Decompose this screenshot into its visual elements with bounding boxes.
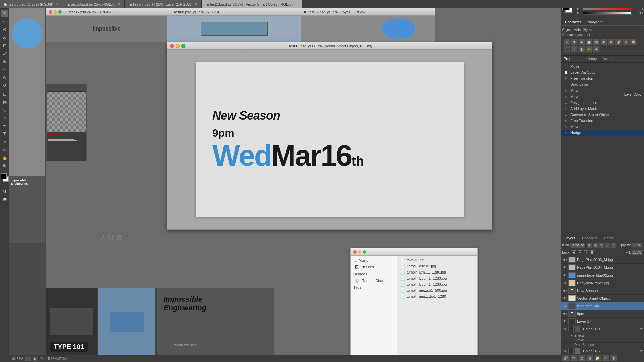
layer-vector-smart[interactable]: 👁 Vector Smart Object [561, 295, 644, 302]
character-tab[interactable]: Character [562, 19, 584, 25]
foreground-color[interactable] [1, 173, 7, 179]
adj-icon-12[interactable]: ≡ [571, 46, 578, 53]
fb-min[interactable] [358, 250, 361, 254]
close-button[interactable] [170, 44, 174, 48]
eye-vector-smart[interactable]: 👁 [562, 296, 568, 301]
file-item-3[interactable]: 📄 tumblr_lv6u...1_1280.jpg [399, 275, 476, 281]
history-move-1[interactable]: ↖ Move [561, 63, 644, 69]
adj-icon-3[interactable]: ▣ [578, 39, 585, 45]
history-polygonal-lasso[interactable]: ⬡ Polygonal Lasso [561, 100, 644, 106]
kind-select[interactable]: Kind [570, 242, 586, 248]
tab-close-1[interactable]: ✕ [118, 2, 120, 6]
text-tool[interactable]: T [1, 130, 8, 138]
eye-recycled[interactable]: 👁 [562, 280, 568, 286]
dodge-tool[interactable]: ○ [1, 114, 8, 122]
quick-mask-btn[interactable] [25, 356, 32, 361]
stroke-item-1[interactable]: Stroke [561, 338, 644, 343]
max-btn-1[interactable] [58, 10, 62, 14]
filter-shape[interactable]: ▭ [605, 243, 610, 248]
history-add-layer-mask[interactable]: ◻ Add Layer Mask [561, 106, 644, 112]
eye-104[interactable]: 👁 [562, 265, 568, 270]
tab-3[interactable]: IE test13.psd @ 66.7% (Vector Smart Obje… [202, 0, 302, 8]
lasso-tool[interactable]: ⊙ [1, 26, 8, 33]
eye-wed-mar16[interactable]: 👁 [562, 303, 568, 309]
pictures-item[interactable]: 🖼 Pictures [351, 264, 397, 270]
eye-colorfill1[interactable]: 👁 [562, 326, 568, 332]
paragraph-tab[interactable]: Paragraph [584, 19, 606, 25]
layer-recycled[interactable]: 👁 Recycled-Paper.jpg [561, 279, 644, 287]
file-item-2[interactable]: 📄 tumblr_l2m...1_1280.jpg [399, 269, 476, 275]
adj-icon-15[interactable]: ⚡ [593, 46, 600, 53]
eye-colorfill2[interactable]: 👁 [562, 348, 568, 354]
fb-max[interactable] [363, 250, 366, 254]
adj-icon-2[interactable]: ◑ [571, 39, 578, 45]
file-item-4[interactable]: 📄 tumblr_ly83...1_1280.jpg [399, 281, 476, 287]
file-item-5[interactable]: 📄 tumblr_me...so1_500.jpg [399, 287, 476, 293]
maximize-button[interactable] [181, 44, 185, 48]
filter-pixel[interactable]: ▣ [587, 243, 592, 248]
history-convert-smart[interactable]: ⊙ Convert to Smart Object [561, 112, 644, 118]
opacity-value[interactable]: 100% [631, 243, 643, 248]
history-drag-layer[interactable]: ↖ Drag Layer [561, 81, 644, 87]
adj-icon-9[interactable]: ▨ [623, 39, 629, 45]
remote-disc-item[interactable]: 💿 Remote Disc [351, 277, 397, 284]
lock-pixel-icon[interactable]: ▣ [572, 250, 576, 255]
properties-tab[interactable]: Properties [561, 56, 583, 62]
filter-smart[interactable]: ⊙ [611, 243, 616, 248]
tab-layers[interactable]: Layers [561, 235, 579, 241]
eye-103[interactable]: 👁 [562, 257, 568, 262]
layer-mask-btn[interactable]: ◻ [578, 355, 585, 361]
lock-position-icon[interactable]: + [578, 250, 582, 255]
history-brush-tool[interactable]: ↺ [1, 82, 8, 89]
tab-close-0[interactable]: ✕ [55, 2, 58, 6]
b-slider[interactable] [583, 12, 632, 15]
eye-pennglacier[interactable]: 👁 [562, 273, 568, 278]
history-free-transform-1[interactable]: ⟲ Free Transform [561, 75, 644, 81]
blur-tool[interactable]: ◌ [1, 106, 8, 114]
minimize-button[interactable] [176, 44, 180, 48]
zoom-tool[interactable]: 🔍 [1, 163, 8, 170]
new-fill-btn[interactable]: ◑ [586, 355, 593, 361]
quick-mask-tool[interactable]: ◑ [1, 187, 8, 195]
adj-icon-4[interactable]: ⬤ [586, 39, 592, 45]
layer-pageplain-104[interactable]: 👁 PagePlain0104_M.jpg [561, 264, 644, 272]
layer-17[interactable]: 👁 Layer 17 [561, 318, 644, 325]
eye-9pm[interactable]: 👁 [562, 311, 568, 316]
lock-all-icon[interactable]: 🔒 [590, 250, 594, 255]
history-move-4[interactable]: ↖ Move [561, 124, 644, 130]
dropshadow-item-1[interactable]: Drop Shadow [561, 343, 644, 347]
adj-icon-13[interactable]: ◧ [578, 46, 585, 53]
adj-icon-10[interactable]: 🎨 [630, 39, 637, 45]
brush-tool[interactable]: ✏ [1, 66, 8, 73]
hand-tool[interactable]: ✋ [1, 155, 8, 162]
layer-effects-btn[interactable]: fx [570, 355, 577, 361]
path-selection-tool[interactable]: ↗ [1, 138, 8, 146]
fill-value[interactable]: 100% [631, 250, 643, 255]
adj-icon-5[interactable]: ▤ [593, 39, 600, 45]
filter-type[interactable]: T [599, 243, 604, 248]
adj-icon-7[interactable]: ⚙ [608, 39, 614, 45]
eyedropper-tool[interactable]: 🖍 [1, 50, 8, 57]
adj-icon-8[interactable]: 🌈 [615, 39, 622, 45]
tab-channels[interactable]: Channels [579, 235, 601, 241]
tab-close-2[interactable]: ✕ [195, 2, 197, 6]
marquee-tool[interactable]: ▭ [1, 18, 8, 25]
healing-tool[interactable]: ⊕ [1, 58, 8, 65]
adj-icon-6[interactable]: ◐ [600, 39, 607, 45]
eye-layer17[interactable]: 👁 [562, 319, 568, 324]
tab-0[interactable]: IE test05.psd @ 25% (RGB/8) ✕ [0, 0, 62, 8]
move-tool[interactable]: ↖ [1, 10, 8, 17]
history-tab[interactable]: History [583, 56, 600, 62]
layer-9pm[interactable]: 👁 T 9pm [561, 310, 644, 318]
pen-tool[interactable]: ✒ [1, 122, 8, 130]
shape-tool[interactable]: ▭ [1, 146, 8, 154]
layer-wed-mar16[interactable]: 👁 T Wed Mar16th [561, 302, 644, 310]
layer-new-season[interactable]: 👁 T New Season [561, 287, 644, 295]
file-item-6[interactable]: 📄 tumblr_nag...xtio1_1280 [399, 293, 476, 299]
magic-wand-tool[interactable]: ⋈ [1, 34, 8, 41]
adj-icon-14[interactable]: 🔆 [586, 46, 592, 53]
crop-tool[interactable]: ⊡ [1, 42, 8, 49]
fb-close[interactable] [353, 250, 357, 254]
music-item[interactable]: ♪ Music [351, 257, 397, 264]
eraser-tool[interactable]: ◻ [1, 90, 8, 98]
